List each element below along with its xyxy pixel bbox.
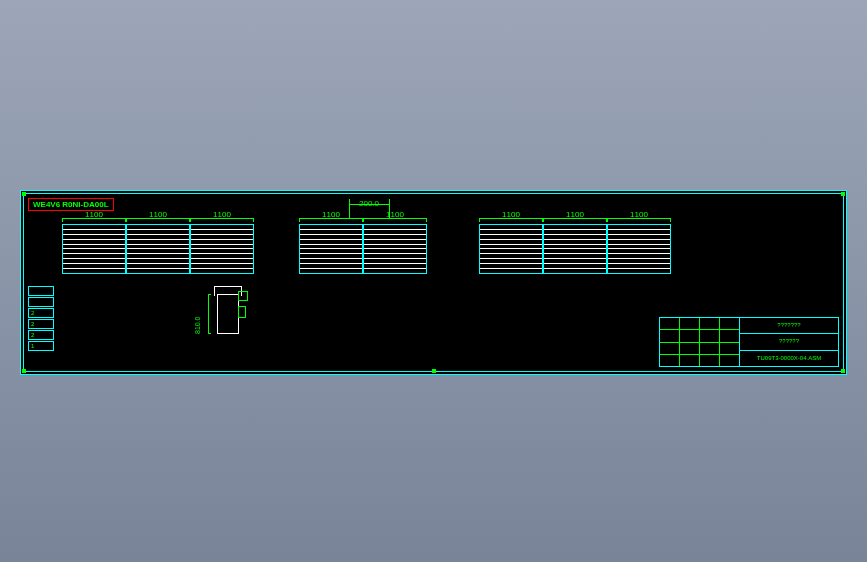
louver-slat bbox=[63, 268, 125, 269]
louver-slat bbox=[480, 268, 542, 269]
louver-panel bbox=[363, 224, 427, 274]
dimension-bracket bbox=[62, 218, 126, 222]
titleblock-row bbox=[660, 330, 739, 342]
louver-slat bbox=[300, 244, 362, 245]
titleblock-part-name-2: ?????? bbox=[740, 334, 838, 350]
louver-slat bbox=[480, 248, 542, 249]
titleblock-cell bbox=[660, 343, 680, 354]
louver-slat bbox=[608, 244, 670, 245]
louver-slat bbox=[63, 253, 125, 254]
louver-slat bbox=[191, 244, 253, 245]
louver-slat bbox=[364, 239, 426, 240]
louver-slat bbox=[544, 253, 606, 254]
louver-slat bbox=[364, 263, 426, 264]
detail-height-dim: 810.0 bbox=[194, 316, 201, 334]
louver-slat bbox=[127, 239, 189, 240]
detail-height-bracket bbox=[208, 294, 211, 334]
louver-slat bbox=[191, 263, 253, 264]
louver-slat bbox=[544, 229, 606, 230]
corner-mark bbox=[841, 192, 845, 196]
side-ref-label: 1 bbox=[28, 341, 54, 351]
louver-slat bbox=[544, 239, 606, 240]
louver-slat bbox=[63, 244, 125, 245]
dimension-bracket bbox=[479, 218, 543, 222]
louver-slat bbox=[480, 234, 542, 235]
louver-slat bbox=[608, 253, 670, 254]
louver-slat bbox=[127, 234, 189, 235]
louver-slat bbox=[480, 258, 542, 259]
louver-slat bbox=[544, 234, 606, 235]
titleblock-cell bbox=[700, 318, 720, 329]
louver-panel bbox=[62, 224, 126, 274]
louver-slat bbox=[127, 244, 189, 245]
titleblock-info: ??????? ?????? TU09T3-0000X-04.ASM bbox=[740, 318, 838, 366]
side-ref-label bbox=[28, 286, 54, 296]
louver-slat bbox=[480, 244, 542, 245]
titleblock-cell bbox=[660, 355, 680, 366]
louver-slat bbox=[364, 248, 426, 249]
titleblock-cell bbox=[680, 318, 700, 329]
louver-panel bbox=[607, 224, 671, 274]
louver-panel bbox=[126, 224, 190, 274]
dimension-bracket bbox=[299, 218, 363, 222]
louver-slat bbox=[127, 229, 189, 230]
louver-slat bbox=[63, 234, 125, 235]
louver-slat bbox=[544, 244, 606, 245]
side-ref-label bbox=[28, 297, 54, 307]
titleblock-cell bbox=[660, 330, 680, 341]
louver-slat bbox=[191, 258, 253, 259]
louver-slat bbox=[300, 239, 362, 240]
louver-slat bbox=[300, 234, 362, 235]
louver-slat bbox=[544, 248, 606, 249]
corner-mark bbox=[22, 369, 26, 373]
louver-slat bbox=[63, 239, 125, 240]
louver-slat bbox=[480, 263, 542, 264]
louver-panel bbox=[479, 224, 543, 274]
titleblock-cell bbox=[680, 343, 700, 354]
louver-slat bbox=[300, 229, 362, 230]
dimension-bracket bbox=[190, 218, 254, 222]
louver-slat bbox=[191, 268, 253, 269]
detail-view: 810.0 bbox=[202, 286, 252, 346]
louver-slat bbox=[127, 248, 189, 249]
louver-slat bbox=[544, 263, 606, 264]
dimension-bracket bbox=[363, 218, 427, 222]
louver-slat bbox=[544, 268, 606, 269]
detail-accent bbox=[238, 306, 246, 318]
louver-slat bbox=[300, 248, 362, 249]
centerline-tick bbox=[349, 204, 389, 205]
louver-slat bbox=[480, 229, 542, 230]
louver-slat bbox=[608, 268, 670, 269]
titleblock-cell bbox=[680, 355, 700, 366]
detail-body bbox=[217, 294, 239, 334]
louver-slat bbox=[364, 234, 426, 235]
titleblock-cell bbox=[720, 330, 739, 341]
louver-slat bbox=[608, 229, 670, 230]
inner-border: WE4V6 R0NI-DA00L 200.0 11001100110011001… bbox=[23, 193, 844, 372]
corner-mark bbox=[841, 369, 845, 373]
cad-drawing-frame[interactable]: WE4V6 R0NI-DA00L 200.0 11001100110011001… bbox=[20, 190, 847, 375]
titleblock-revision-grid bbox=[660, 318, 740, 366]
louver-slat bbox=[300, 268, 362, 269]
corner-mark bbox=[22, 192, 26, 196]
titleblock-part-name-1: ??????? bbox=[740, 318, 838, 334]
titleblock-cell bbox=[660, 318, 680, 329]
louver-slat bbox=[191, 239, 253, 240]
louver-slat bbox=[63, 229, 125, 230]
louver-slat bbox=[191, 234, 253, 235]
louver-slat bbox=[127, 268, 189, 269]
side-ref-label: 2 bbox=[28, 330, 54, 340]
dimension-bracket bbox=[543, 218, 607, 222]
louver-slat bbox=[608, 248, 670, 249]
titleblock-row bbox=[660, 343, 739, 355]
side-ref-label: 2 bbox=[28, 308, 54, 318]
title-block: ??????? ?????? TU09T3-0000X-04.ASM bbox=[659, 317, 839, 367]
louver-slat bbox=[364, 258, 426, 259]
side-ref-label: 2 bbox=[28, 319, 54, 329]
louver-slat bbox=[127, 258, 189, 259]
louver-slat bbox=[127, 263, 189, 264]
louver-slat bbox=[191, 248, 253, 249]
titleblock-cell bbox=[700, 343, 720, 354]
titleblock-cell bbox=[720, 318, 739, 329]
louver-slat bbox=[300, 263, 362, 264]
